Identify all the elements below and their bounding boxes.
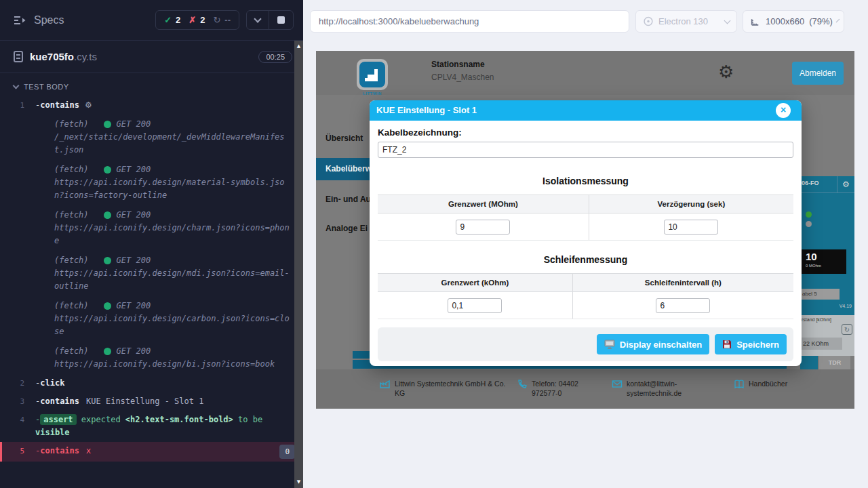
footer-company: Littwin Systemtechnik GmbH & Co. KG [380,379,509,398]
iso-limit-cell [378,214,589,241]
email-icon [612,379,623,389]
fetch-log[interactable]: (fetch)GET 200 https://api.iconify.desig… [0,160,303,205]
stop-button[interactable] [269,11,293,29]
fetch-head: (fetch)GET 200 [54,118,294,131]
sidebar-item-analoge-eingaenge[interactable]: Analoge Ei [326,224,368,233]
assert-message: be [253,415,262,424]
iso-limit-input[interactable] [456,220,510,235]
slot-settings-button[interactable]: ⚙ [837,176,854,192]
spec-duration-badge: 00:25 [258,51,292,63]
kue-settings-modal: KUE Einstellung - Slot 1 × Kabelbezeichn… [370,100,802,366]
refresh-button[interactable]: ↻ [842,324,852,335]
resistance-label: rstand [kOhm] [802,317,831,322]
command-row[interactable]: 2 -click [0,374,303,392]
sidebar-item-ein-und-ausgaenge[interactable]: Ein- und Au [326,195,371,204]
command-name: click [40,378,64,388]
pending-count: -- [224,15,231,25]
ruler-icon [750,16,761,26]
fetch-tag: (fetch) [54,345,89,358]
fetch-log[interactable]: (fetch)GET 200 https://api.iconify.desig… [0,296,303,342]
save-button[interactable]: Speichern [715,334,787,354]
fetch-status: GET 200 [117,118,151,131]
slot-button-fragment[interactable] [800,356,818,369]
retry-count-badge: 0 [279,445,295,459]
command-number: 4 [0,413,35,426]
iso-delay-cell [589,214,793,241]
command-row[interactable]: 1 -contains⚙ [0,96,303,115]
chevron-down-icon [254,15,261,22]
fetch-log[interactable]: (fetch)GET 200 https://api.iconify.desig… [0,205,303,251]
reporter-scrollbar[interactable]: ▲ ▼ [294,41,303,488]
fetch-tag: (fetch) [54,209,89,222]
resistance-panel: rstand [kOhm] ↻ 22 KOhm [800,315,854,356]
footer-email: kontakt@littwin-systemtechnik.de [612,379,693,398]
display-on-button[interactable]: Display einschalten [597,334,709,354]
command-body: -contains⚙ [35,99,295,112]
fetch-tag: (fetch) [54,254,89,267]
footer-phone: Telefon: 04402 972577-0 [517,379,605,398]
url-input[interactable] [310,10,629,33]
fetch-log[interactable]: (fetch)GET 200 /_next/static/development… [0,115,303,160]
fetch-log[interactable]: (fetch)GET 200 https://api.iconify.desig… [0,251,303,296]
status-ok-icon [104,302,111,310]
app-header: LITTWIN Stationsname CPLV4_Maschen ⚙ Abm… [316,51,854,95]
fetch-head: (fetch)GET 200 [54,300,294,312]
test-stats: ✓2 ✗2 ↻-- [155,10,239,30]
command-body: -click [35,377,295,390]
spec-file-row[interactable]: kue705fo.cy.ts 00:25 [0,41,303,73]
fetch-url: https://api.iconify.design/bi.json?icons… [54,358,294,371]
settings-gear-icon[interactable]: ⚙ [718,62,734,82]
scroll-down-icon[interactable]: ▼ [294,479,303,485]
fail-x-icon: x [86,446,91,455]
collapse-button[interactable] [247,11,269,29]
factory-icon [380,379,391,389]
slot-card-partial: 06-FO ⚙ 10 0 MOhm abel 5 V4.19 rstand [k… [800,176,854,369]
tdr-button[interactable]: TDR [819,356,850,369]
specs-label[interactable]: Specs [34,14,64,26]
scroll-up-icon[interactable]: ▲ [294,43,303,49]
fetch-url: https://api.iconify.design/carbon.json?i… [54,312,294,338]
gear-icon: ⚙ [85,100,92,110]
measurement-display: 10 0 MOhm [800,249,846,274]
fetch-status: GET 200 [117,209,151,222]
footer-manuals[interactable]: Handbücher [734,379,787,389]
test-body-header[interactable]: TEST BODY [0,73,303,96]
email-address[interactable]: kontakt@littwin-systemtechnik.de [627,379,689,398]
status-dot-grey [806,221,812,227]
cable-designation-input[interactable] [378,142,793,158]
resistance-value: 22 KOhm [800,338,842,350]
assert-row[interactable]: 4 -assert expected <h2.text-sm.font-bold… [0,411,303,442]
browser-selector[interactable]: Electron 130 [635,10,737,33]
failed-count: 2 [200,15,205,25]
assert-target: <h2.text-sm.font-bold> [125,415,233,424]
slot-card-buttons: TDR [800,356,854,369]
sidebar-item-uebersicht[interactable]: Übersicht [326,134,363,143]
assert-message: expected [81,415,121,424]
specs-menu-icon[interactable] [14,16,27,25]
isolation-table: Grenzwert (MOhm) Verzögerung (sek) [378,195,793,241]
measurement-value: 10 [806,251,817,262]
logo-badge [357,59,388,90]
logout-button[interactable]: Abmelden [792,62,844,85]
fetch-log[interactable]: (fetch)GET 200 https://api.iconify.desig… [0,342,303,374]
chevron-down-icon [724,17,731,24]
iso-delay-input[interactable] [664,220,718,235]
loop-interval-cell [572,292,793,319]
loop-limit-input[interactable] [448,298,502,313]
slot-card-body: 06-FO ⚙ 10 0 MOhm abel 5 V4.19 [800,176,854,315]
status-ok-icon [104,348,111,355]
loop-interval-input[interactable] [656,298,710,313]
command-row[interactable]: 3 -containsKUE Einstellung - Slot 1 [0,392,303,411]
cypress-reporter-panel: Specs ✓2 ✗2 ↻-- kue705fo.cy.ts 00:25 TES… [0,0,303,488]
stat-failed: ✗2 [189,15,205,25]
close-button[interactable]: × [776,103,791,118]
monitor-icon [604,340,615,349]
command-body: -containsx0 [35,445,295,459]
browser-label: Electron 130 [658,16,708,26]
viewport-selector[interactable]: 1000x660 (79%) [743,10,844,33]
manuals-link[interactable]: Handbücher [749,379,787,389]
command-argument: KUE Einstellung - Slot 1 [86,396,203,406]
refresh-icon: ↻ [213,15,220,25]
station-name-value: CPLV4_Maschen [431,73,494,82]
failed-command-row[interactable]: 5 -containsx0 [0,442,303,462]
